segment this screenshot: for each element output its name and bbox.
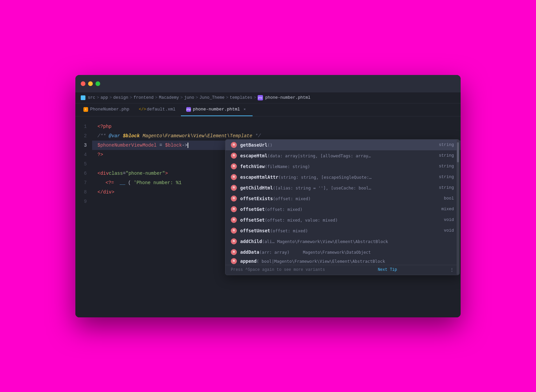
line-num-3: 3 [75, 141, 92, 150]
method-icon-escapeHtml: m [231, 153, 237, 159]
code-line-1: <?php [92, 122, 461, 131]
breadcrumb-design[interactable]: design [113, 95, 128, 100]
method-icon-offsetUnset: m [231, 228, 237, 234]
breadcrumb-frontend[interactable]: frontend [134, 95, 154, 100]
autocomplete-scrollbar-thumb[interactable] [457, 142, 459, 162]
div-close-bracket: > [165, 169, 168, 178]
return-type-offsetExists: bool [434, 196, 454, 201]
method-icon-escapeHtmlAttr: m [231, 174, 237, 180]
translated-string: 'Phone number: %1 [134, 180, 182, 185]
method-icon-fetchView: m [231, 163, 237, 169]
minimize-button[interactable] [88, 81, 93, 86]
autocomplete-item-getChildHtml[interactable]: m getChildHtml([alias: string = ''], [us… [225, 182, 459, 193]
php-open-tag: <?php [97, 122, 112, 131]
tab-label-phonenumber: PhoneNumber.php [90, 107, 129, 112]
line-num-6: 6 [75, 169, 92, 178]
line-num-5: 5 [75, 159, 92, 169]
method-icon-addData: m [231, 249, 237, 255]
breadcrumb-sep-6: > [196, 95, 198, 100]
div-close-tag: </div> [97, 187, 114, 197]
method-name-escapeHtmlAttr: escapeHtmlAttr(string: string, [escapeSi… [240, 174, 430, 180]
autocomplete-item-addData[interactable]: m addData(arr: array) Magento\Framework\… [225, 247, 459, 257]
method-name-addChild: addChild(ali… Magento\Framework\View\Ele… [240, 239, 430, 244]
breadcrumb-sep-8: > [254, 95, 256, 100]
div-open-tag: <div [97, 169, 109, 178]
method-name-append: append( bool|Magento\Framework\View\Elem… [240, 258, 454, 264]
return-type-getBaseUrl: string [434, 143, 454, 147]
breadcrumb-src[interactable]: src [88, 95, 95, 100]
method-name-fetchView: fetchView(fileName: string) [240, 164, 430, 169]
tab-phonenumber-php[interactable]: C PhoneNumber.php [78, 103, 135, 116]
breadcrumb: src > app > design > frontend > Macademy… [75, 92, 461, 103]
method-name-getChildHtml: getChildHtml([alias: string = ''], [useC… [240, 185, 430, 190]
autocomplete-item-getBaseUrl[interactable]: m getBaseUrl() string [225, 140, 459, 150]
line-num-1: 1 [75, 122, 92, 131]
breadcrumb-phone-number-phtml[interactable]: phone-number.phtml [265, 95, 311, 100]
tab-phone-number-phtml[interactable]: php phone-number.phtml × [181, 103, 253, 116]
autocomplete-item-fetchView[interactable]: m fetchView(fileName: string) string [225, 161, 459, 172]
method-name-getBaseUrl: getBaseUrl() [240, 142, 430, 148]
breadcrumb-sep-7: > [226, 95, 228, 100]
breadcrumb-sep-5: > [180, 95, 183, 100]
arrow-operator: -> [182, 141, 188, 150]
paren-open: ( [128, 180, 131, 185]
eq-sign: = [123, 169, 126, 178]
method-icon-offsetSet: m [231, 217, 237, 223]
return-type-offsetSet: void [434, 218, 454, 222]
method-icon-getBaseUrl: m [231, 142, 237, 148]
autocomplete-item-escapeHtmlAttr[interactable]: m escapeHtmlAttr(string: string, [escape… [225, 172, 459, 182]
return-type-offsetUnset: void [434, 228, 454, 233]
autocomplete-hint: Press ^Space again to see more variants [231, 267, 325, 272]
close-button[interactable] [81, 81, 85, 86]
breadcrumb-app[interactable]: app [100, 95, 108, 100]
traffic-lights [81, 81, 100, 86]
variable-block: $block [165, 141, 182, 150]
tab-default-xml[interactable]: </> default.xml [135, 103, 181, 116]
autocomplete-item-addChild[interactable]: m addChild(ali… Magento\Framework\View\E… [225, 236, 459, 247]
echo-tag: <?= [106, 180, 117, 185]
autocomplete-item-append[interactable]: m append( bool|Magento\Framework\View\El… [225, 257, 459, 265]
fullscreen-button[interactable] [95, 81, 100, 86]
line-num-2: 2 [75, 131, 92, 141]
return-type-fetchView: string [434, 164, 454, 169]
phtml-breadcrumb-icon: php [258, 95, 263, 100]
line-num-4: 4 [75, 150, 92, 159]
line-num-7: 7 [75, 178, 92, 187]
editor-window: src > app > design > frontend > Macademy… [75, 75, 461, 317]
return-type-offsetGet: mixed [434, 207, 454, 212]
method-name-offsetExists: offsetExists(offset: mixed) [240, 196, 430, 201]
tab-label-default-xml: default.xml [147, 107, 176, 112]
autocomplete-item-offsetUnset[interactable]: m offsetUnset(offset: mixed) void [225, 225, 459, 236]
xml-file-icon: </> [140, 107, 145, 112]
variable-phoneNumberViewModel: $phoneNumberViewModel [97, 141, 156, 150]
breadcrumb-juno-theme[interactable]: Juno_Theme [199, 95, 224, 100]
text-cursor [188, 143, 188, 148]
method-name-offsetGet: offsetGet(offset: mixed) [240, 207, 430, 212]
autocomplete-item-escapeHtml[interactable]: m escapeHtml(data: array|string, [allowe… [225, 150, 459, 161]
more-options-icon[interactable]: ⋮ [450, 267, 454, 272]
php-close-tag: ?> [97, 150, 103, 159]
return-type-escapeHtmlAttr: string [434, 175, 454, 179]
breadcrumb-macademy[interactable]: Macademy [159, 95, 179, 100]
autocomplete-footer: Press ^Space again to see more variants … [225, 265, 459, 275]
phtml-file-icon: php [186, 107, 191, 112]
autocomplete-item-offsetGet[interactable]: m offsetGet(offset: mixed) mixed [225, 204, 459, 215]
method-name-offsetUnset: offsetUnset(offset: mixed) [240, 228, 430, 233]
operator-assign: = [156, 141, 165, 150]
autocomplete-item-offsetSet[interactable]: m offsetSet(offset: mixed, value: mixed)… [225, 215, 459, 225]
breadcrumb-sep-1: > [97, 95, 99, 100]
translation-func: __ [120, 180, 125, 185]
autocomplete-item-offsetExists[interactable]: m offsetExists(offset: mixed) bool [225, 193, 459, 204]
line-numbers: 1 2 3 4 5 6 7 8 9 [75, 116, 92, 317]
tab-close-button[interactable]: × [242, 107, 247, 112]
method-icon-append: m [231, 258, 237, 264]
line-num-9: 9 [75, 197, 92, 206]
line-num-8: 8 [75, 187, 92, 197]
autocomplete-dropdown[interactable]: m getBaseUrl() string m escapeHtml(data:… [225, 139, 460, 275]
method-name-offsetSet: offsetSet(offset: mixed, value: mixed) [240, 217, 430, 223]
next-tip-link[interactable]: Next Tip [378, 267, 397, 272]
autocomplete-scrollbar[interactable] [457, 140, 459, 275]
breadcrumb-sep-3: > [130, 95, 132, 100]
breadcrumb-templates[interactable]: templates [230, 95, 253, 100]
breadcrumb-juno[interactable]: juno [184, 95, 194, 100]
